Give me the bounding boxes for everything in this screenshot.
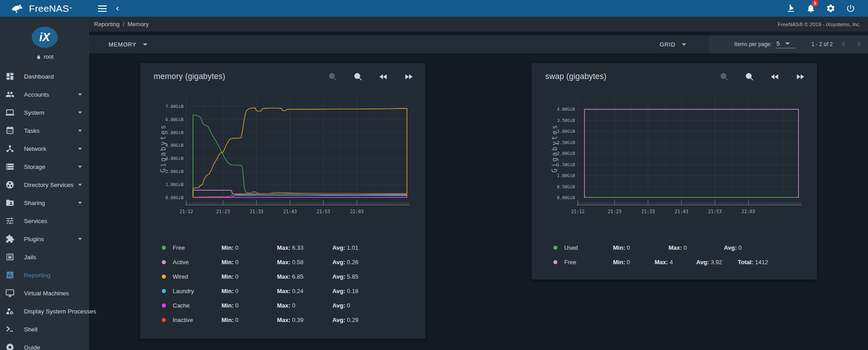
- chevron-down-icon: [78, 130, 82, 132]
- sidebar-item-label: Tasks: [24, 127, 40, 134]
- sidebar-item-jails[interactable]: Jails: [0, 248, 89, 266]
- magnifier-minus-icon: [353, 72, 363, 82]
- fast-forward-icon: [404, 72, 414, 82]
- memory-chart-legend: FreeMin: 0Max: 6.33Avg: 1.01ActiveMin: 0…: [140, 240, 425, 327]
- next-page-button[interactable]: [854, 39, 863, 50]
- power-icon: [846, 4, 855, 13]
- series-name: Active: [173, 259, 222, 266]
- series-color-dot: [162, 275, 166, 279]
- chevron-down-icon: [78, 202, 82, 204]
- zoom-in-button[interactable]: [719, 72, 729, 82]
- sidebar-item-label: Display System Processes: [24, 308, 96, 315]
- svg-text:1.00GiB: 1.00GiB: [557, 173, 575, 178]
- page-range-label: 1 - 2 of 2: [811, 41, 833, 47]
- previous-page-button[interactable]: [839, 39, 848, 50]
- items-per-page-select[interactable]: 5: [775, 40, 796, 48]
- fast-forward-icon: [795, 72, 805, 82]
- sidebar-item-label: Virtual Machines: [24, 290, 69, 297]
- tune-icon: [5, 215, 15, 226]
- svg-text:0.50GiB: 0.50GiB: [557, 184, 575, 189]
- series-color-dot: [162, 289, 166, 293]
- chevron-down-icon: [78, 166, 82, 168]
- series-name: Free: [173, 244, 222, 251]
- tasks-flask-icon: [786, 4, 796, 13]
- sidebar-item-plugins[interactable]: Plugins: [0, 230, 89, 248]
- hamburger-icon: [98, 5, 107, 12]
- swap-report-card: swap (gigabytes) 4.00GiB3.50GiB3.00GiB2.…: [532, 63, 817, 280]
- zoom-out-button[interactable]: [353, 72, 363, 82]
- memory-chart: 7.00GiB6.00GiB5.00GiB4.00GiB3.00GiB2.00G…: [140, 88, 425, 219]
- series-stat: Total: 1412: [738, 259, 779, 266]
- legend-row: InactiveMin: 0Max: 0.39Avg: 0.29: [140, 313, 425, 327]
- series-stat: Avg: 0.18: [332, 288, 388, 294]
- legend-row: FreeMin: 0Max: 4Avg: 3.92Total: 1412: [532, 255, 817, 269]
- sidebar-item-network[interactable]: Network: [0, 140, 89, 158]
- settings-button[interactable]: [823, 1, 838, 16]
- series-stat: Max: 0.39: [277, 317, 333, 323]
- chevron-down-icon: [682, 43, 686, 46]
- svg-text:1.00GiB: 1.00GiB: [165, 182, 184, 187]
- series-color-dot: [553, 246, 557, 250]
- svg-text:21:23: 21:23: [608, 209, 621, 214]
- chart-controls: [719, 72, 805, 82]
- series-stat: Min: 0: [613, 244, 669, 251]
- sidebar-item-storage[interactable]: Storage: [0, 158, 89, 176]
- sidebar-item-system[interactable]: System: [0, 103, 89, 121]
- sidebar-item-display-system-processes[interactable]: Display System Processes: [0, 302, 89, 320]
- sidebar-item-services[interactable]: Services: [0, 212, 89, 230]
- sidebar-item-sharing[interactable]: Sharing: [0, 194, 89, 212]
- series-stat: Avg: 0.26: [332, 259, 388, 266]
- sidebar-item-dashboard[interactable]: Dashboard: [0, 67, 89, 85]
- step-forward-button[interactable]: [795, 72, 805, 82]
- chevron-down-icon: [78, 112, 82, 114]
- sidebar-item-tasks[interactable]: Tasks: [0, 121, 89, 140]
- series-color-dot: [162, 246, 166, 250]
- series-stat: Avg: 5.85: [332, 273, 388, 280]
- sidenav-toggle-button[interactable]: [94, 1, 110, 16]
- freenas-logo[interactable]: FreeNAS™: [0, 0, 89, 17]
- svg-text:21:43: 21:43: [283, 209, 297, 214]
- folder-shared-icon: [5, 197, 15, 208]
- svg-text:22:03: 22:03: [350, 209, 363, 214]
- task-manager-button[interactable]: [783, 1, 798, 16]
- power-button[interactable]: [843, 1, 858, 16]
- breadcrumb-reporting[interactable]: Reporting: [94, 21, 119, 28]
- series-stat: Max: 0: [669, 244, 724, 251]
- help-circle-icon: [5, 342, 15, 350]
- series-stats: Min: 0Max: 0Avg: 0: [613, 244, 779, 251]
- svg-text:21:33: 21:33: [250, 209, 263, 214]
- report-type-value: MEMORY: [108, 41, 137, 48]
- breadcrumb-memory[interactable]: Memory: [127, 21, 149, 28]
- chevron-left-icon: [839, 39, 848, 48]
- series-color-dot: [162, 260, 166, 264]
- monitor-icon: [5, 288, 15, 299]
- series-stats: Min: 0Max: 0Avg: 0: [222, 302, 388, 309]
- view-mode-select[interactable]: GRID: [660, 41, 686, 48]
- back-button[interactable]: [110, 1, 125, 16]
- sidebar-item-reporting[interactable]: Reporting: [0, 266, 89, 284]
- step-forward-button[interactable]: [403, 72, 414, 82]
- series-stat: Max: 6.33: [277, 244, 333, 251]
- legend-row: CacheMin: 0Max: 0Avg: 0: [140, 298, 425, 313]
- topbar-actions: 1: [783, 1, 868, 16]
- jail-icon: [5, 252, 15, 262]
- chevron-down-icon: [78, 148, 82, 150]
- sidebar-item-accounts[interactable]: Accounts: [0, 85, 89, 103]
- sidebar-item-guide[interactable]: Guide: [0, 338, 89, 350]
- swap-chart-legend: UsedMin: 0Max: 0Avg: 0FreeMin: 0Max: 4Av…: [532, 240, 817, 269]
- svg-text:1.50GiB: 1.50GiB: [557, 162, 575, 167]
- step-back-button[interactable]: [769, 72, 780, 82]
- zoom-in-button[interactable]: [327, 72, 338, 82]
- sidebar-item-shell[interactable]: Shell: [0, 320, 89, 338]
- report-toolbar: MEMORY GRID: [89, 35, 709, 53]
- sidebar-item-virtual-machines[interactable]: Virtual Machines: [0, 284, 89, 302]
- user-gear-icon: [5, 306, 15, 317]
- sidebar-item-directory-services[interactable]: Directory Services: [0, 176, 89, 194]
- series-stat: Min: 0: [613, 259, 655, 266]
- legend-row: LaundryMin: 0Max: 0.24Avg: 0.18: [140, 284, 425, 298]
- report-type-select[interactable]: MEMORY: [108, 41, 147, 48]
- fast-rewind-icon: [378, 72, 388, 82]
- zoom-out-button[interactable]: [744, 72, 755, 82]
- lock-icon: [36, 54, 42, 60]
- step-back-button[interactable]: [378, 72, 388, 82]
